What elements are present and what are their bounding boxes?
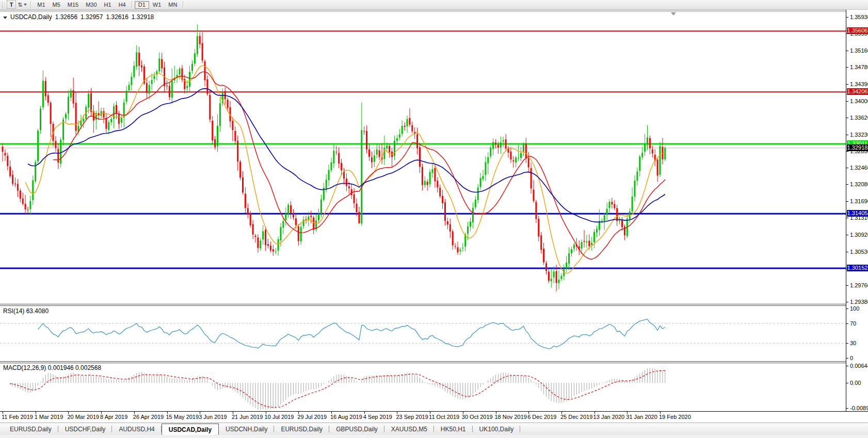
price-tick-label: 1.34390 <box>850 81 868 87</box>
axis-tick-mark <box>846 17 848 18</box>
timeframe-button-m15[interactable]: M15 <box>64 1 82 9</box>
axis-tick-mark <box>846 366 848 366</box>
axis-tick-mark <box>846 168 848 168</box>
chart-tab-eurusd-daily[interactable]: EURUSD,Daily <box>3 423 58 435</box>
price-chart-plot[interactable] <box>0 10 846 304</box>
axis-tick-mark <box>266 412 266 414</box>
price-tick-label: 1.35930 <box>850 14 868 20</box>
timeframe-toolbar: M1M5M15M30H1H4D1W1MN <box>34 1 186 9</box>
chart-quote-line[interactable]: USDCAD,Daily 1.32656 1.32957 1.32616 1.3… <box>3 13 157 21</box>
chart-tab-xauusd-m5[interactable]: XAUUSD,M5 <box>384 423 434 435</box>
date-label: 19 Feb 2020 <box>659 414 691 420</box>
text-tool-button[interactable]: T <box>7 1 16 9</box>
macd-tick-label: 0.006448 <box>850 363 868 369</box>
chart-tab-uk100-daily[interactable]: UK100,Daily <box>473 423 521 435</box>
quote-close: 1.32918 <box>132 13 154 21</box>
axis-tick-mark <box>3 412 3 414</box>
chart-tab-usdchf-daily[interactable]: USDCHF,Daily <box>58 423 112 435</box>
timeframe-button-m5[interactable]: M5 <box>49 1 64 9</box>
axis-tick-mark <box>846 309 848 309</box>
quote-open: 1.32656 <box>55 13 77 21</box>
hline-price-chip: 1.31405 <box>847 210 868 217</box>
axis-tick-mark <box>331 412 332 414</box>
timeframe-button-m1[interactable]: M1 <box>34 1 49 9</box>
tab-separator <box>520 426 520 432</box>
axis-tick-mark <box>101 412 102 414</box>
macd-pane[interactable] <box>0 363 846 411</box>
axis-tick-mark <box>430 412 430 414</box>
axis-tick-mark <box>627 412 628 414</box>
axis-tick-mark <box>364 412 365 414</box>
timeframe-button-mn[interactable]: MN <box>165 1 181 9</box>
axis-tick-mark <box>846 218 848 218</box>
axis-tick-mark <box>167 412 168 414</box>
price-tick-label: 1.34780 <box>850 64 868 70</box>
axis-tick-mark <box>233 412 233 414</box>
date-label: 16 Aug 2019 <box>330 414 362 420</box>
date-label: 30 Oct 2019 <box>462 414 493 420</box>
rsi-pane[interactable] <box>0 306 846 361</box>
toolbar-separator <box>183 1 184 8</box>
date-label: 29 Jul 2019 <box>297 414 327 420</box>
axis-tick-mark <box>200 412 200 414</box>
axis-tick-mark <box>68 412 69 414</box>
time-axis[interactable]: 11 Feb 20191 Mar 201920 Mar 20198 Apr 20… <box>0 411 868 423</box>
chart-tab-gbpusd-daily[interactable]: GBPUSD,Daily <box>329 423 384 435</box>
date-label: 6 Dec 2019 <box>527 414 556 420</box>
axis-tick-mark <box>846 408 848 409</box>
axis-tick-mark <box>846 252 848 252</box>
date-label: 23 Sep 2019 <box>396 414 428 420</box>
axis-tick-mark <box>298 412 299 414</box>
axis-tick-mark <box>397 412 397 414</box>
chart-window: USDCAD,Daily 1.32656 1.32957 1.32616 1.3… <box>0 10 868 422</box>
chart-tab-usdcad-daily[interactable]: USDCAD,Daily <box>162 424 219 435</box>
chart-tab-hk50-h1[interactable]: HK50,H1 <box>434 423 473 435</box>
date-label: 4 Sep 2019 <box>363 414 392 420</box>
date-label: 21 Jun 2019 <box>232 414 263 420</box>
axis-tick-mark <box>561 412 562 414</box>
status-strip <box>0 435 868 438</box>
axis-tick-mark <box>846 285 848 286</box>
toolbar-separator <box>30 1 31 8</box>
rsi-tick-label: 100 <box>850 305 859 312</box>
timeframe-button-d1[interactable]: D1 <box>135 1 149 9</box>
timeframe-button-h4[interactable]: H4 <box>115 1 130 9</box>
timeframe-button-m30[interactable]: M30 <box>82 1 100 9</box>
date-label: 3 Jun 2019 <box>199 414 227 420</box>
toolbar-grip[interactable] <box>2 2 5 8</box>
rsi-tick-label: 30 <box>850 340 856 346</box>
chart-tab-eurusd-daily[interactable]: EURUSD,Daily <box>274 423 329 435</box>
bid-price-chip: 1.32918 <box>847 144 868 151</box>
axis-tick-mark <box>846 135 848 135</box>
line-studies-button[interactable]: ⇅ <box>16 1 28 9</box>
axis-tick-mark <box>846 302 848 302</box>
axis-tick-mark <box>846 323 848 324</box>
chart-symbol-period: USDCAD,Daily <box>10 13 52 21</box>
toolbar-separator <box>132 1 133 8</box>
axis-tick-mark <box>594 412 595 414</box>
axis-tick-mark <box>36 412 36 414</box>
axis-tick-mark <box>846 235 848 235</box>
date-label: 11 Oct 2019 <box>429 414 459 420</box>
date-label: 25 Dec 2019 <box>560 414 592 420</box>
price-tick-label: 1.29760 <box>850 282 868 288</box>
chart-tab-usdcnh-daily[interactable]: USDCNH,Daily <box>219 423 274 435</box>
chart-shift-marker[interactable] <box>671 12 676 15</box>
axis-tick-mark <box>846 201 848 202</box>
rsi-tick-label: 0 <box>850 355 853 361</box>
macd-tick-label: -0.008982 <box>850 405 868 411</box>
date-label: 26 Apr 2019 <box>133 414 164 420</box>
price-tick-label: 1.31690 <box>850 198 868 204</box>
chart-tab-audusd-h4[interactable]: AUDUSD,H4 <box>112 423 161 435</box>
timeframe-button-w1[interactable]: W1 <box>149 1 165 9</box>
quote-expand-icon[interactable] <box>3 17 7 19</box>
axis-tick-mark <box>846 184 848 185</box>
axis-tick-mark <box>846 383 848 383</box>
price-tick-label: 1.33230 <box>850 132 868 138</box>
trading-terminal-window: T ⇅ M1M5M15M30H1H4D1W1MN USDCAD,Daily 1.… <box>0 0 868 438</box>
price-axis[interactable]: 1.359301.355501.351601.347801.343901.340… <box>846 10 868 411</box>
price-tick-label: 1.34000 <box>850 98 868 104</box>
macd-tick-label: 0.00 <box>850 380 861 386</box>
price-tick-label: 1.35160 <box>850 47 868 54</box>
timeframe-button-h1[interactable]: H1 <box>101 1 115 9</box>
